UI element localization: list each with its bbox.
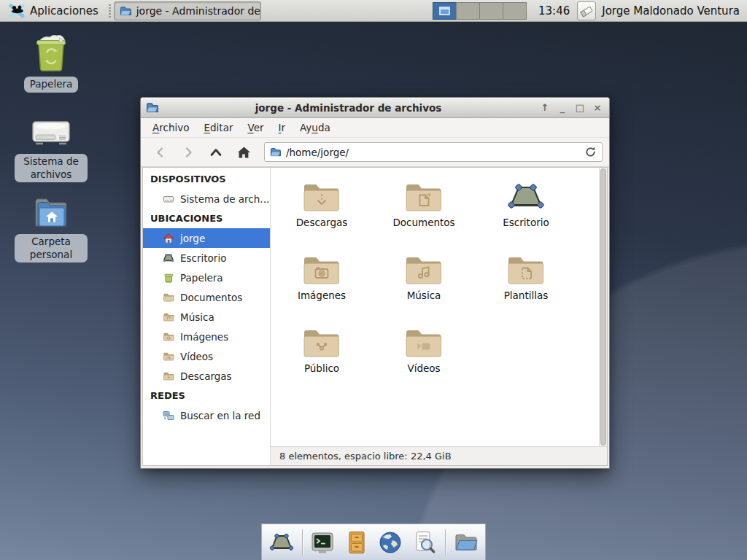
- sidebar-item-pictures[interactable]: Imágenes: [143, 327, 270, 346]
- terminal-launcher[interactable]: [309, 528, 337, 557]
- folder-icon: [163, 370, 174, 382]
- icon-view[interactable]: Descargas: [271, 168, 607, 446]
- show-desktop-icon: [269, 531, 294, 554]
- folder-pictures-icon: [302, 253, 341, 287]
- sidebar-item-music[interactable]: Música: [143, 307, 270, 327]
- dock-separator: [302, 529, 303, 556]
- file-manager-launcher[interactable]: [452, 528, 479, 557]
- terminal-icon: [310, 530, 335, 555]
- file-label: Plantillas: [504, 289, 549, 301]
- file-cabinet-icon: [344, 530, 369, 555]
- sidebar-item-label: Música: [180, 311, 214, 323]
- back-button[interactable]: [147, 141, 174, 163]
- file-label: Descargas: [296, 217, 348, 228]
- taskbar-window-button[interactable]: jorge - Administrador de...: [114, 1, 261, 20]
- file-manager-window-icon: [120, 5, 131, 17]
- clock[interactable]: 13:46: [538, 4, 570, 18]
- workspace-4[interactable]: [503, 2, 527, 20]
- close-button[interactable]: ×: [591, 101, 604, 114]
- file-tile-videos[interactable]: Vídeos: [373, 321, 475, 394]
- sidebar-item-desktop[interactable]: Escritorio: [143, 248, 270, 268]
- sidebar-item-label: Imágenes: [180, 331, 228, 343]
- up-button[interactable]: [203, 141, 229, 163]
- file-tile-escritorio[interactable]: Escritorio: [475, 175, 577, 248]
- home-icon: [163, 233, 174, 244]
- sidebar-header-devices: DISPOSITIVOS: [143, 169, 270, 189]
- sidebar-item-label: Documentos: [180, 292, 242, 303]
- show-desktop-button[interactable]: [268, 528, 295, 557]
- sidebar-item-documents[interactable]: Documentos: [143, 287, 270, 307]
- applications-label: Aplicaciones: [30, 4, 98, 18]
- home-button[interactable]: [231, 141, 257, 163]
- dock-separator: [445, 529, 446, 556]
- main-pane: Descargas: [271, 168, 607, 465]
- file-manager-icon: [453, 531, 478, 554]
- file-label: Vídeos: [407, 362, 440, 374]
- file-cabinet-launcher[interactable]: [343, 528, 371, 557]
- menu-editar[interactable]: Editar: [196, 120, 240, 136]
- folder-icon: [163, 351, 174, 362]
- file-tile-documentos[interactable]: Documentos: [373, 175, 475, 248]
- desktop-icon-filesystem[interactable]: Sistema de archivos: [15, 117, 88, 182]
- maximize-button[interactable]: □: [573, 101, 587, 114]
- workspace-1[interactable]: [433, 2, 457, 20]
- mini-window-icon: [439, 7, 450, 15]
- file-tile-plantillas[interactable]: Plantillas: [475, 248, 577, 321]
- sidebar-item-videos[interactable]: Vídeos: [143, 346, 270, 366]
- search-launcher[interactable]: [411, 528, 438, 557]
- sidebar-item-downloads[interactable]: Descargas: [143, 366, 270, 386]
- menu-ver[interactable]: Ver: [240, 120, 271, 136]
- file-tile-imagenes[interactable]: Imágenes: [271, 248, 373, 321]
- menu-archivo[interactable]: Archivo: [145, 120, 196, 136]
- applications-menu-button[interactable]: Aplicaciones: [4, 1, 103, 20]
- workspace-2[interactable]: [456, 2, 480, 20]
- sidebar-item-trash[interactable]: Papelera: [143, 268, 270, 287]
- workspace-switcher: [433, 2, 527, 20]
- statusbar-text: 8 elementos, espacio libre: 22,4 GiB: [279, 451, 452, 462]
- folder-icon: [163, 311, 174, 323]
- desktop: Aplicaciones jorge - Administrador de...: [0, 0, 747, 560]
- file-tile-descargas[interactable]: Descargas: [271, 175, 373, 248]
- sidebar-header-network: REDES: [143, 386, 270, 405]
- desktop-icon-home[interactable]: Carpeta personal: [15, 195, 88, 262]
- file-tile-publico[interactable]: Público: [271, 321, 373, 394]
- titlebar[interactable]: jorge - Administrador de archivos ↑ _ □ …: [141, 98, 609, 118]
- trash-icon: [163, 272, 174, 284]
- taskbar-window-label: jorge - Administrador de...: [136, 5, 261, 17]
- reload-icon[interactable]: [584, 146, 597, 158]
- sidebar-item-label: Sistema de arch...: [180, 193, 269, 205]
- network-icon: [163, 410, 174, 421]
- harddisk-icon: [163, 193, 174, 205]
- desktop-icon-label: Sistema de archivos: [15, 154, 88, 182]
- trash-full-icon: [30, 32, 72, 73]
- sidebar-item-label: Vídeos: [180, 351, 213, 362]
- sidebar-item-home[interactable]: jorge: [143, 228, 270, 248]
- folder-templates-icon: [506, 253, 546, 287]
- home-folder-icon: [31, 195, 71, 230]
- forward-button[interactable]: [175, 141, 201, 163]
- path-bar[interactable]: /home/jorge/: [264, 142, 603, 162]
- file-tile-musica[interactable]: Música: [373, 248, 475, 321]
- folder-music-icon: [404, 253, 444, 287]
- workspace-3[interactable]: [479, 2, 503, 20]
- user-switcher-button[interactable]: [577, 1, 596, 20]
- file-grid: Descargas: [271, 175, 578, 394]
- desktop-icon-label: Carpeta personal: [15, 234, 88, 262]
- scrollbar-thumb[interactable]: [600, 168, 606, 446]
- shade-button[interactable]: ↑: [538, 101, 551, 114]
- minimize-button[interactable]: _: [556, 101, 569, 114]
- folder-icon: [163, 331, 174, 343]
- menu-ayuda[interactable]: Ayuda: [293, 120, 338, 136]
- folder-icon: [163, 292, 174, 303]
- file-label: Imágenes: [298, 289, 346, 301]
- desktop-icon-trash[interactable]: Papelera: [15, 32, 88, 93]
- vertical-scrollbar[interactable]: [599, 168, 607, 446]
- sidebar-item-label: Buscar en la red: [180, 410, 260, 421]
- sidebar-item-filesystem[interactable]: Sistema de arch...: [143, 189, 270, 209]
- sidebar-item-network-search[interactable]: Buscar en la red: [143, 405, 270, 425]
- top-panel: Aplicaciones jorge - Administrador de...: [0, 0, 747, 22]
- menu-ir[interactable]: Ir: [271, 120, 293, 136]
- sidebar-item-label: jorge: [180, 233, 205, 244]
- web-browser-launcher[interactable]: [377, 528, 405, 557]
- path-text[interactable]: /home/jorge/: [286, 147, 349, 158]
